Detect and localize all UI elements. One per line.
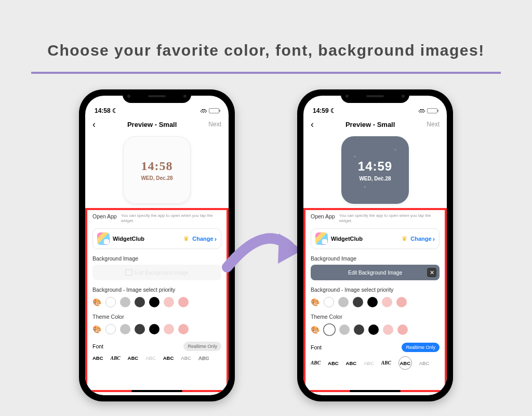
font-option[interactable]: ABC (346, 360, 357, 366)
app-card[interactable]: WidgetClub ♛ Change › (92, 228, 221, 249)
swatch-dark-grey[interactable] (353, 297, 363, 307)
swatch-pink-1[interactable] (164, 324, 174, 334)
palette-icon[interactable]: 🎨 (92, 298, 101, 306)
font-option[interactable]: ABC (328, 360, 339, 366)
font-option[interactable]: ABC (381, 360, 391, 366)
app-card[interactable]: WidgetClub ♛ Change › (311, 228, 440, 249)
swatch-pink-2[interactable] (396, 297, 407, 307)
app-name: WidgetClub (113, 236, 180, 242)
swatch-light-grey[interactable] (338, 297, 349, 307)
phone-right: 14:59 ☾ ‹ Preview - Small Next 14:59 (297, 89, 453, 401)
open-app-desc: You can specify the app to open when you… (339, 213, 440, 223)
font-option[interactable]: ABC (163, 355, 174, 361)
widget-preview[interactable]: 14:59 WED, Dec.28 (341, 136, 409, 204)
moon-icon: ☾ (112, 107, 118, 114)
chevron-right-icon: › (215, 235, 217, 243)
crown-icon: ♛ (183, 235, 189, 242)
swatch-black[interactable] (367, 297, 378, 307)
open-app-desc: You can specify the app to open when you… (121, 213, 221, 223)
home-indicator[interactable] (131, 390, 182, 392)
phones-row: 14:58 ☾ ‹ Preview - Small Next 14:58 (0, 89, 532, 401)
open-app-section: Open App You can specify the app to open… (87, 210, 227, 226)
highlight-box: Open App You can specify the app to open… (85, 208, 229, 392)
status-time: 14:59 (313, 107, 329, 114)
font-option[interactable]: ABC (111, 356, 121, 361)
moon-icon: ☾ (330, 107, 336, 114)
swatch-white-selected[interactable] (324, 324, 335, 335)
bg-priority-title: Background - Image select priority (305, 284, 445, 296)
font-option[interactable]: ABC (419, 360, 430, 366)
edit-bg-button[interactable]: Edit Background Image (92, 265, 221, 280)
edit-bg-button[interactable]: Edit Background Image ✕ (311, 265, 440, 280)
swatch-white[interactable] (105, 297, 116, 307)
font-options: ABC ABC ABC ABC ABC ABC ABC (87, 355, 227, 365)
close-icon[interactable]: ✕ (427, 268, 436, 277)
swatch-light-grey[interactable] (339, 324, 350, 335)
palette-icon[interactable]: 🎨 (311, 298, 320, 306)
swatch-light-grey[interactable] (120, 324, 130, 334)
swatch-white[interactable] (324, 297, 334, 307)
widget-preview[interactable]: 14:58 WED, Dec.28 (123, 136, 191, 204)
nav-title: Preview - Small (345, 121, 395, 128)
next-button[interactable]: Next (427, 121, 440, 128)
status-time: 14:58 (95, 107, 111, 114)
swatch-black[interactable] (368, 324, 379, 335)
change-button[interactable]: Change › (410, 235, 435, 243)
widget-time: 14:58 (141, 159, 173, 173)
next-button[interactable]: Next (208, 121, 221, 128)
font-option-selected[interactable]: ABC (398, 356, 412, 370)
swatch-pink-1[interactable] (382, 297, 392, 307)
open-app-section: Open App You can specify the app to open… (305, 210, 445, 226)
swatch-white[interactable] (105, 324, 116, 334)
font-option[interactable]: ABC (364, 360, 374, 366)
palette-icon[interactable]: 🎨 (311, 326, 320, 334)
widget-time: 14:59 (358, 159, 392, 174)
font-option[interactable]: ABC (128, 355, 139, 361)
screen-right: 14:59 ☾ ‹ Preview - Small Next 14:59 (303, 96, 447, 395)
swatch-pink-2[interactable] (178, 297, 189, 307)
back-button[interactable]: ‹ (311, 119, 314, 130)
swatch-dark-grey[interactable] (135, 297, 145, 307)
swatch-pink-1[interactable] (383, 324, 393, 335)
font-row: Font Realtime Only (305, 340, 445, 356)
bg-swatch-row: 🎨 (87, 296, 227, 311)
preview-area: 14:58 WED, Dec.28 (85, 133, 229, 208)
back-button[interactable]: ‹ (92, 119, 96, 130)
theme-color-title: Theme Color (305, 311, 445, 323)
nav-bar: ‹ Preview - Small Next (85, 115, 229, 133)
font-option[interactable]: ABC (198, 355, 209, 361)
swatch-dark-grey[interactable] (135, 324, 145, 334)
notch (123, 89, 191, 103)
swatch-pink-1[interactable] (164, 297, 174, 307)
font-option[interactable]: ABC (145, 355, 156, 361)
swatch-black[interactable] (149, 324, 159, 334)
realtime-only-pill[interactable]: Realtime Only (183, 342, 221, 351)
app-icon (315, 232, 328, 245)
open-app-label: Open App (92, 213, 117, 219)
change-button[interactable]: Change › (192, 235, 217, 243)
font-option[interactable]: ABC (92, 355, 103, 361)
theme-swatch-row: 🎨 (305, 323, 445, 340)
swatch-pink-2[interactable] (397, 324, 408, 335)
nav-bar: ‹ Preview - Small Next (303, 115, 447, 133)
swatch-pink-2[interactable] (178, 324, 189, 334)
realtime-only-pill[interactable]: Realtime Only (402, 343, 440, 352)
font-option[interactable]: ABC (311, 360, 321, 366)
nav-title: Preview - Small (127, 121, 177, 128)
app-name: WidgetClub (331, 236, 398, 242)
screen-left: 14:58 ☾ ‹ Preview - Small Next 14:58 (85, 96, 229, 395)
swatch-light-grey[interactable] (120, 297, 130, 307)
app-icon (97, 232, 110, 245)
font-option[interactable]: ABC (181, 355, 191, 361)
font-options: ABC ABC ABC ABC ABC ABC ABC (305, 356, 445, 374)
bg-image-title: Background Image (87, 253, 227, 265)
home-indicator[interactable] (350, 390, 401, 392)
bg-image-title: Background Image (305, 253, 445, 265)
widget-date: WED, Dec.28 (359, 176, 391, 181)
page: Choose your favorite color, font, backgr… (0, 0, 532, 416)
swatch-dark-grey[interactable] (354, 324, 364, 335)
bg-priority-title: Background - Image select priority (87, 284, 227, 296)
swatch-black[interactable] (149, 297, 159, 307)
font-row: Font Realtime Only (87, 339, 227, 355)
palette-icon[interactable]: 🎨 (92, 325, 101, 333)
